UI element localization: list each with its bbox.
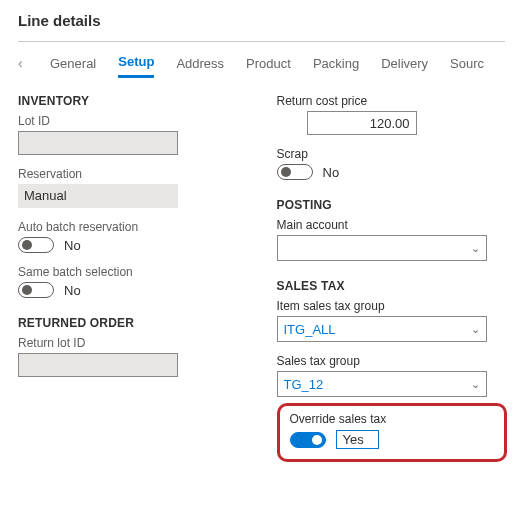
scrap-label: Scrap	[277, 147, 506, 161]
tax-group-value: TG_12	[284, 377, 324, 392]
chevron-down-icon: ⌄	[471, 378, 480, 391]
reservation-label: Reservation	[18, 167, 247, 181]
main-account-label: Main account	[277, 218, 506, 232]
posting-heading: POSTING	[277, 198, 506, 212]
tab-address[interactable]: Address	[176, 50, 224, 77]
tab-delivery[interactable]: Delivery	[381, 50, 428, 77]
override-tax-value: Yes	[336, 430, 379, 449]
same-batch-value: No	[64, 283, 81, 298]
tab-product[interactable]: Product	[246, 50, 291, 77]
tabs-bar: ‹ General Setup Address Product Packing …	[18, 48, 505, 80]
return-lot-input[interactable]	[18, 353, 178, 377]
inventory-heading: INVENTORY	[18, 94, 247, 108]
tab-packing[interactable]: Packing	[313, 50, 359, 77]
auto-batch-value: No	[64, 238, 81, 253]
scrap-toggle[interactable]	[277, 164, 313, 180]
right-column: Return cost price Scrap No POSTING Main …	[277, 94, 506, 462]
return-lot-label: Return lot ID	[18, 336, 247, 350]
override-tax-toggle[interactable]	[290, 432, 326, 448]
chevron-left-icon[interactable]: ‹	[18, 55, 28, 71]
auto-batch-toggle[interactable]	[18, 237, 54, 253]
same-batch-label: Same batch selection	[18, 265, 247, 279]
scrap-value: No	[323, 165, 340, 180]
divider	[18, 41, 505, 42]
return-cost-label: Return cost price	[277, 94, 506, 108]
tab-setup[interactable]: Setup	[118, 48, 154, 78]
returned-order-heading: RETURNED ORDER	[18, 316, 247, 330]
item-tax-group-value: ITG_ALL	[284, 322, 336, 337]
reservation-value: Manual	[24, 188, 67, 203]
item-tax-group-label: Item sales tax group	[277, 299, 506, 313]
left-column: INVENTORY Lot ID Reservation Manual Auto…	[18, 94, 247, 462]
chevron-down-icon: ⌄	[471, 242, 480, 255]
lot-id-label: Lot ID	[18, 114, 247, 128]
chevron-down-icon: ⌄	[471, 323, 480, 336]
sales-tax-heading: SALES TAX	[277, 279, 506, 293]
tax-group-label: Sales tax group	[277, 354, 506, 368]
tax-group-select[interactable]: TG_12 ⌄	[277, 371, 487, 397]
tab-sourcing[interactable]: Sourc	[450, 50, 484, 77]
override-tax-label: Override sales tax	[290, 412, 494, 426]
main-account-select[interactable]: ⌄	[277, 235, 487, 261]
tab-general[interactable]: General	[50, 50, 96, 77]
auto-batch-label: Auto batch reservation	[18, 220, 247, 234]
same-batch-toggle[interactable]	[18, 282, 54, 298]
lot-id-input[interactable]	[18, 131, 178, 155]
override-highlight: Override sales tax Yes	[277, 403, 507, 462]
page-title: Line details	[18, 10, 505, 41]
item-tax-group-select[interactable]: ITG_ALL ⌄	[277, 316, 487, 342]
return-cost-input[interactable]	[307, 111, 417, 135]
reservation-select[interactable]: Manual	[18, 184, 178, 208]
